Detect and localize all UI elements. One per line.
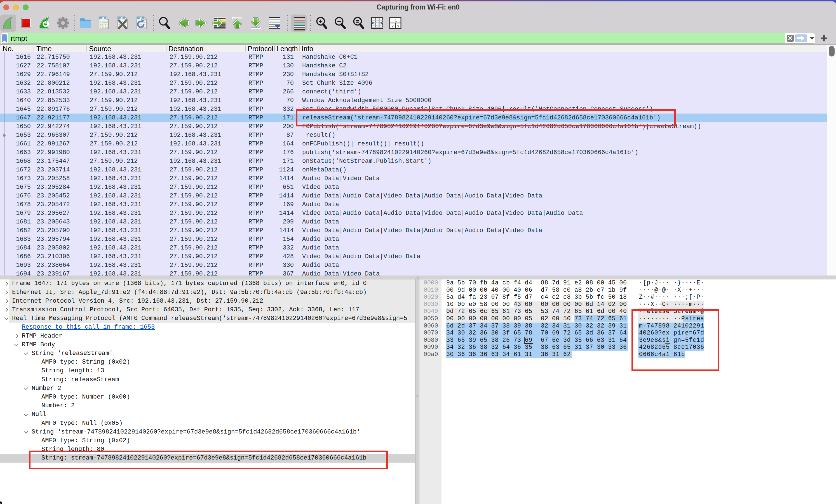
svg-text:3: 3 [397,24,399,28]
svg-text:01110: 01110 [100,26,108,30]
svg-text:1: 1 [395,18,397,23]
svg-text:2: 2 [392,24,393,28]
